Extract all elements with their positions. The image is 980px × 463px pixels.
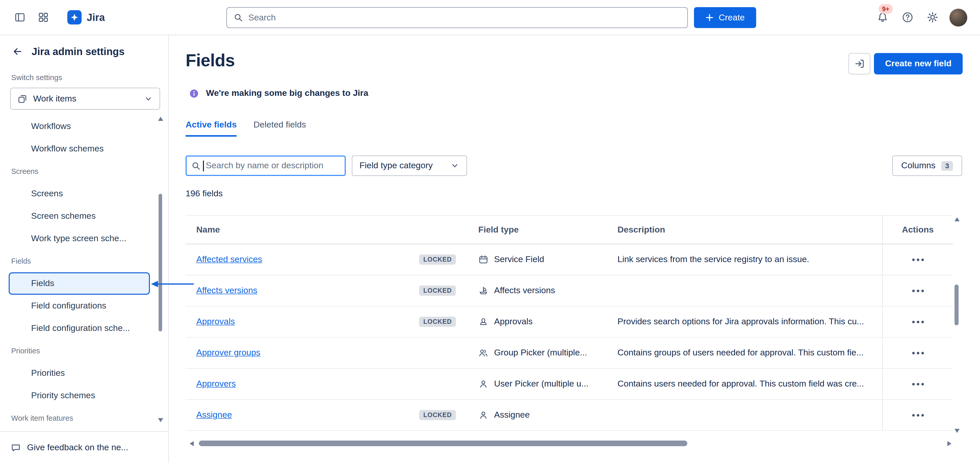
field-type-label: Approvals — [494, 317, 533, 327]
more-options-button[interactable] — [908, 374, 928, 394]
table-scroll-right-arrow[interactable] — [947, 441, 951, 446]
global-search[interactable] — [226, 7, 688, 28]
sidebar-item-priorities[interactable]: Priorities — [9, 362, 150, 385]
sidebar-item-work-type-screen-sche[interactable]: Work type screen sche... — [9, 228, 150, 250]
sidebar-item-priority-schemes[interactable]: Priority schemes — [9, 385, 150, 407]
field-name-link[interactable]: Affected services — [196, 255, 262, 265]
sidebar-item-field-configurations[interactable]: Field configurations — [9, 295, 150, 317]
sidebar-scroll-down-arrow[interactable] — [158, 418, 163, 422]
more-options-button[interactable] — [908, 343, 928, 363]
table-scroll-left-arrow[interactable] — [190, 441, 194, 446]
help-button[interactable] — [898, 8, 917, 27]
field-name-link[interactable]: Assignee — [196, 410, 232, 420]
result-count: 196 fields — [186, 189, 223, 199]
field-name-link[interactable]: Approvers — [196, 379, 236, 389]
stamp-icon — [478, 317, 488, 327]
chevron-down-icon — [450, 161, 460, 170]
more-options-button[interactable] — [908, 281, 928, 300]
back-arrow-icon — [12, 46, 23, 57]
app-switcher-button[interactable] — [33, 8, 53, 27]
page-title: Fields — [186, 51, 235, 70]
sidebar-section-label: Priorities — [11, 347, 40, 355]
more-options-button[interactable] — [908, 312, 928, 331]
top-navigation-bar: Jira Create 9+ — [0, 0, 980, 35]
tab[interactable]: Active fields — [186, 120, 237, 137]
notifications-badge: 9+ — [878, 4, 893, 14]
sidebar-item-screen-schemes[interactable]: Screen schemes — [9, 205, 150, 228]
create-button[interactable]: Create — [694, 7, 756, 28]
description-cell: Provides search options for Jira approva… — [617, 307, 882, 337]
tab-label: Deleted fields — [253, 120, 306, 129]
feedback-bubble-icon — [11, 442, 21, 453]
table-header-label: Description — [617, 224, 665, 235]
sidebar-header: Jira admin settings — [9, 43, 125, 60]
sidebar-section-label: Fields — [11, 257, 31, 265]
sidebar-item-label: Workflows — [31, 121, 71, 132]
global-search-input[interactable] — [248, 13, 681, 23]
table-row: Assignee LOCKED Assignee — [186, 400, 953, 431]
description-cell — [617, 275, 882, 306]
more-options-button[interactable] — [908, 406, 928, 425]
table-scroll-up-arrow[interactable] — [955, 217, 959, 221]
people-icon — [478, 348, 488, 358]
sidebar-scrollbar-thumb[interactable] — [159, 194, 162, 331]
table-body: Affected services LOCKED Service Field L… — [186, 244, 953, 431]
table-row: Affected services LOCKED Service Field L… — [186, 244, 953, 275]
sidebar-item-fields[interactable]: Fields — [9, 272, 150, 295]
info-icon — [189, 89, 199, 98]
field-search-box[interactable] — [186, 156, 346, 176]
field-name-link[interactable]: Affects versions — [196, 286, 257, 296]
user-avatar[interactable] — [950, 9, 967, 27]
description-cell: Contains users needed for approval. This… — [617, 369, 882, 399]
name-cell: Approvers — [186, 369, 477, 399]
sidebar-item-label: Workflow schemes — [31, 144, 104, 154]
field-type-category-dropdown[interactable]: Field type category — [352, 156, 467, 176]
columns-button[interactable]: Columns 3 — [892, 156, 962, 176]
field-type-cell: Group Picker (multiple... — [477, 337, 617, 368]
open-feedback-panel-button[interactable] — [848, 53, 870, 75]
sidebar-item-label: Fields — [31, 278, 54, 289]
more-options-button[interactable] — [908, 250, 928, 269]
table-vertical-scrollbar-thumb[interactable] — [955, 285, 959, 325]
sidebar-feedback-button[interactable]: Give feedback on the ne... — [0, 431, 168, 463]
sidebar-nav-list: Workflows Workflow schemes Screens Scree… — [0, 115, 169, 430]
field-name-link[interactable]: Approver groups — [196, 348, 260, 358]
columns-label: Columns — [901, 161, 935, 171]
sidebar-item-field-configuration-sche[interactable]: Field configuration sche... — [9, 317, 150, 340]
sidebar-item-label: Screens — [31, 189, 63, 199]
create-new-field-button[interactable]: Create new field — [874, 53, 963, 75]
collapse-sidebar-icon — [14, 12, 25, 23]
table-header-label: Actions — [902, 224, 934, 235]
back-button[interactable] — [9, 43, 25, 60]
table-header-cell: Description — [617, 216, 882, 244]
arrow-enter-icon — [854, 58, 865, 69]
description-cell — [617, 400, 882, 430]
field-type-cell: Service Field — [477, 244, 617, 275]
table-horizontal-scrollbar-thumb[interactable] — [199, 441, 687, 446]
field-type-label: Group Picker (multiple... — [494, 348, 587, 358]
sidebar-item-workflows[interactable]: Workflows — [9, 115, 150, 138]
announcement-text: We're making some big changes to Jira — [206, 88, 368, 99]
actions-cell — [882, 307, 953, 337]
sidebar-item-screens[interactable]: Screens — [9, 183, 150, 205]
settings-switcher-select[interactable]: Work items — [10, 88, 160, 110]
tab[interactable]: Deleted fields — [253, 120, 306, 137]
table-header-cell: Field type — [477, 216, 617, 244]
sidebar-item-workflow-schemes[interactable]: Workflow schemes — [9, 138, 150, 160]
description-cell: Contains groups of users needed for appr… — [617, 337, 882, 368]
actions-cell — [882, 400, 953, 430]
sidebar-item-label: Priority schemes — [31, 391, 95, 401]
field-type-category-label: Field type category — [360, 161, 433, 171]
field-search-input[interactable] — [206, 161, 340, 171]
field-name-link[interactable]: Approvals — [196, 317, 235, 327]
sidebar-item-label: Screen schemes — [31, 211, 95, 221]
table-header-cell: Actions — [882, 216, 953, 244]
sidebar-item-label: Field configuration sche... — [31, 323, 130, 334]
locked-badge: LOCKED — [419, 286, 456, 296]
table-scroll-down-arrow[interactable] — [955, 429, 959, 433]
collapse-sidebar-button[interactable] — [10, 8, 30, 27]
jira-logo[interactable]: Jira — [67, 10, 105, 24]
sidebar-scroll-up-arrow[interactable] — [158, 117, 163, 121]
name-cell: Affects versions LOCKED — [186, 275, 477, 306]
settings-button[interactable] — [923, 8, 942, 27]
